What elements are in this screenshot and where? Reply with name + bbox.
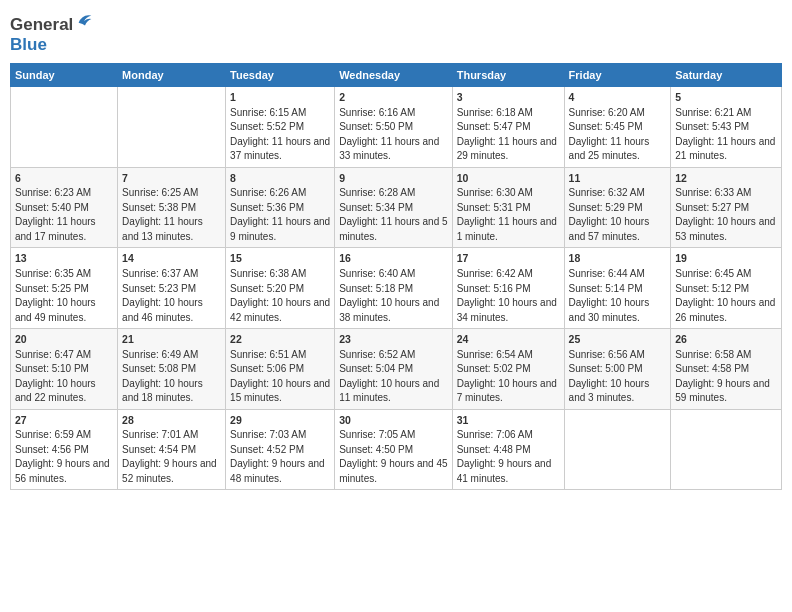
day-number: 13 xyxy=(15,251,113,266)
day-number: 25 xyxy=(569,332,667,347)
calendar-cell: 12Sunrise: 6:33 AMSunset: 5:27 PMDayligh… xyxy=(671,167,782,248)
day-info: Sunrise: 6:47 AMSunset: 5:10 PMDaylight:… xyxy=(15,348,113,406)
day-info: Sunrise: 6:32 AMSunset: 5:29 PMDaylight:… xyxy=(569,186,667,244)
calendar-cell xyxy=(564,409,671,490)
calendar-cell: 25Sunrise: 6:56 AMSunset: 5:00 PMDayligh… xyxy=(564,329,671,410)
day-number: 26 xyxy=(675,332,777,347)
calendar-cell: 13Sunrise: 6:35 AMSunset: 5:25 PMDayligh… xyxy=(11,248,118,329)
day-number: 11 xyxy=(569,171,667,186)
day-info: Sunrise: 6:40 AMSunset: 5:18 PMDaylight:… xyxy=(339,267,448,325)
calendar-cell xyxy=(671,409,782,490)
calendar-cell: 21Sunrise: 6:49 AMSunset: 5:08 PMDayligh… xyxy=(118,329,226,410)
week-row-5: 27Sunrise: 6:59 AMSunset: 4:56 PMDayligh… xyxy=(11,409,782,490)
calendar-cell: 11Sunrise: 6:32 AMSunset: 5:29 PMDayligh… xyxy=(564,167,671,248)
day-info: Sunrise: 6:28 AMSunset: 5:34 PMDaylight:… xyxy=(339,186,448,244)
day-info: Sunrise: 6:54 AMSunset: 5:02 PMDaylight:… xyxy=(457,348,560,406)
day-number: 28 xyxy=(122,413,221,428)
day-info: Sunrise: 7:06 AMSunset: 4:48 PMDaylight:… xyxy=(457,428,560,486)
day-info: Sunrise: 6:30 AMSunset: 5:31 PMDaylight:… xyxy=(457,186,560,244)
calendar-cell: 5Sunrise: 6:21 AMSunset: 5:43 PMDaylight… xyxy=(671,87,782,168)
day-number: 3 xyxy=(457,90,560,105)
calendar-cell: 30Sunrise: 7:05 AMSunset: 4:50 PMDayligh… xyxy=(335,409,453,490)
calendar-cell: 7Sunrise: 6:25 AMSunset: 5:38 PMDaylight… xyxy=(118,167,226,248)
day-info: Sunrise: 6:49 AMSunset: 5:08 PMDaylight:… xyxy=(122,348,221,406)
day-info: Sunrise: 6:33 AMSunset: 5:27 PMDaylight:… xyxy=(675,186,777,244)
calendar-cell: 28Sunrise: 7:01 AMSunset: 4:54 PMDayligh… xyxy=(118,409,226,490)
day-info: Sunrise: 6:38 AMSunset: 5:20 PMDaylight:… xyxy=(230,267,330,325)
day-number: 27 xyxy=(15,413,113,428)
calendar-cell: 14Sunrise: 6:37 AMSunset: 5:23 PMDayligh… xyxy=(118,248,226,329)
calendar-cell: 29Sunrise: 7:03 AMSunset: 4:52 PMDayligh… xyxy=(226,409,335,490)
day-number: 24 xyxy=(457,332,560,347)
day-info: Sunrise: 6:26 AMSunset: 5:36 PMDaylight:… xyxy=(230,186,330,244)
day-number: 7 xyxy=(122,171,221,186)
day-info: Sunrise: 6:59 AMSunset: 4:56 PMDaylight:… xyxy=(15,428,113,486)
day-info: Sunrise: 6:52 AMSunset: 5:04 PMDaylight:… xyxy=(339,348,448,406)
day-info: Sunrise: 6:37 AMSunset: 5:23 PMDaylight:… xyxy=(122,267,221,325)
col-header-monday: Monday xyxy=(118,64,226,87)
day-info: Sunrise: 6:45 AMSunset: 5:12 PMDaylight:… xyxy=(675,267,777,325)
col-header-thursday: Thursday xyxy=(452,64,564,87)
calendar-cell xyxy=(118,87,226,168)
week-row-3: 13Sunrise: 6:35 AMSunset: 5:25 PMDayligh… xyxy=(11,248,782,329)
calendar-cell xyxy=(11,87,118,168)
calendar-cell: 31Sunrise: 7:06 AMSunset: 4:48 PMDayligh… xyxy=(452,409,564,490)
day-info: Sunrise: 6:42 AMSunset: 5:16 PMDaylight:… xyxy=(457,267,560,325)
day-info: Sunrise: 6:23 AMSunset: 5:40 PMDaylight:… xyxy=(15,186,113,244)
day-info: Sunrise: 6:44 AMSunset: 5:14 PMDaylight:… xyxy=(569,267,667,325)
day-info: Sunrise: 7:01 AMSunset: 4:54 PMDaylight:… xyxy=(122,428,221,486)
calendar-cell: 26Sunrise: 6:58 AMSunset: 4:58 PMDayligh… xyxy=(671,329,782,410)
calendar-cell: 16Sunrise: 6:40 AMSunset: 5:18 PMDayligh… xyxy=(335,248,453,329)
calendar-cell: 10Sunrise: 6:30 AMSunset: 5:31 PMDayligh… xyxy=(452,167,564,248)
calendar-cell: 24Sunrise: 6:54 AMSunset: 5:02 PMDayligh… xyxy=(452,329,564,410)
calendar-cell: 22Sunrise: 6:51 AMSunset: 5:06 PMDayligh… xyxy=(226,329,335,410)
calendar-cell: 1Sunrise: 6:15 AMSunset: 5:52 PMDaylight… xyxy=(226,87,335,168)
day-info: Sunrise: 6:15 AMSunset: 5:52 PMDaylight:… xyxy=(230,106,330,164)
day-number: 1 xyxy=(230,90,330,105)
day-number: 5 xyxy=(675,90,777,105)
day-info: Sunrise: 6:21 AMSunset: 5:43 PMDaylight:… xyxy=(675,106,777,164)
day-info: Sunrise: 6:56 AMSunset: 5:00 PMDaylight:… xyxy=(569,348,667,406)
day-info: Sunrise: 6:20 AMSunset: 5:45 PMDaylight:… xyxy=(569,106,667,164)
day-info: Sunrise: 6:25 AMSunset: 5:38 PMDaylight:… xyxy=(122,186,221,244)
day-number: 23 xyxy=(339,332,448,347)
day-number: 21 xyxy=(122,332,221,347)
day-number: 6 xyxy=(15,171,113,186)
logo-blue: Blue xyxy=(10,35,47,54)
calendar-cell: 4Sunrise: 6:20 AMSunset: 5:45 PMDaylight… xyxy=(564,87,671,168)
week-row-4: 20Sunrise: 6:47 AMSunset: 5:10 PMDayligh… xyxy=(11,329,782,410)
calendar-header-row: SundayMondayTuesdayWednesdayThursdayFrid… xyxy=(11,64,782,87)
calendar-cell: 18Sunrise: 6:44 AMSunset: 5:14 PMDayligh… xyxy=(564,248,671,329)
day-number: 9 xyxy=(339,171,448,186)
col-header-wednesday: Wednesday xyxy=(335,64,453,87)
day-number: 10 xyxy=(457,171,560,186)
day-number: 22 xyxy=(230,332,330,347)
day-number: 31 xyxy=(457,413,560,428)
day-info: Sunrise: 6:18 AMSunset: 5:47 PMDaylight:… xyxy=(457,106,560,164)
day-number: 2 xyxy=(339,90,448,105)
page-header: General Blue xyxy=(10,10,782,55)
day-number: 30 xyxy=(339,413,448,428)
calendar-table: SundayMondayTuesdayWednesdayThursdayFrid… xyxy=(10,63,782,490)
calendar-cell: 9Sunrise: 6:28 AMSunset: 5:34 PMDaylight… xyxy=(335,167,453,248)
week-row-1: 1Sunrise: 6:15 AMSunset: 5:52 PMDaylight… xyxy=(11,87,782,168)
calendar-cell: 6Sunrise: 6:23 AMSunset: 5:40 PMDaylight… xyxy=(11,167,118,248)
day-number: 12 xyxy=(675,171,777,186)
logo-bird-icon xyxy=(75,10,95,30)
day-number: 18 xyxy=(569,251,667,266)
col-header-tuesday: Tuesday xyxy=(226,64,335,87)
day-number: 14 xyxy=(122,251,221,266)
logo-general: General xyxy=(10,15,73,34)
day-number: 16 xyxy=(339,251,448,266)
col-header-saturday: Saturday xyxy=(671,64,782,87)
day-number: 17 xyxy=(457,251,560,266)
calendar-cell: 15Sunrise: 6:38 AMSunset: 5:20 PMDayligh… xyxy=(226,248,335,329)
day-number: 20 xyxy=(15,332,113,347)
calendar-cell: 19Sunrise: 6:45 AMSunset: 5:12 PMDayligh… xyxy=(671,248,782,329)
calendar-cell: 27Sunrise: 6:59 AMSunset: 4:56 PMDayligh… xyxy=(11,409,118,490)
day-info: Sunrise: 6:51 AMSunset: 5:06 PMDaylight:… xyxy=(230,348,330,406)
day-number: 15 xyxy=(230,251,330,266)
day-info: Sunrise: 6:35 AMSunset: 5:25 PMDaylight:… xyxy=(15,267,113,325)
logo: General Blue xyxy=(10,10,95,55)
calendar-cell: 20Sunrise: 6:47 AMSunset: 5:10 PMDayligh… xyxy=(11,329,118,410)
